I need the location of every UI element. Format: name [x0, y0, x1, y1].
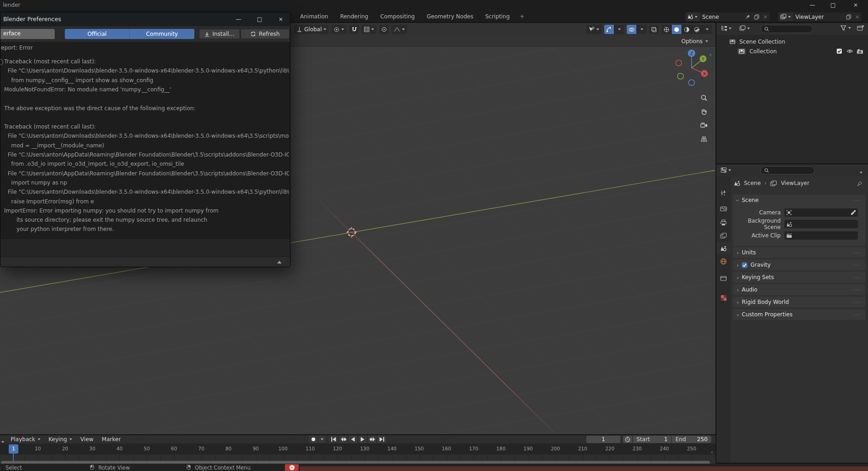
preferences-window[interactable]: Blender Preferences — □ × erface Officia… [0, 12, 290, 267]
collection-checkbox[interactable] [836, 48, 842, 54]
window-maximize-button[interactable]: □ [825, 0, 841, 10]
background-scene-field[interactable] [784, 220, 858, 228]
properties-pin-icon[interactable] [857, 181, 862, 186]
tab-collection-props[interactable] [716, 272, 731, 285]
section-units[interactable]: ›Units···· [733, 247, 865, 258]
workspace-tab-compositing[interactable]: Compositing [374, 11, 420, 22]
shading-dropdown[interactable] [702, 25, 712, 34]
tab-view-layer[interactable] [716, 229, 731, 242]
outliner-search-input[interactable] [760, 25, 813, 33]
show-gizmo-selectability-dropdown[interactable] [586, 25, 601, 34]
next-keyframe-button[interactable] [368, 436, 377, 443]
outliner-row-collection[interactable]: Collection [716, 46, 868, 56]
drag-dots[interactable]: ···· [853, 262, 862, 268]
shading-rendered-button[interactable] [692, 25, 702, 34]
move-view-hand-icon[interactable] [700, 108, 709, 117]
section-gravity[interactable]: ›Gravity···· [733, 259, 865, 270]
camera-field[interactable] [784, 208, 858, 217]
section-header[interactable]: ›Audio···· [733, 284, 865, 295]
current-frame-field[interactable]: 1 [586, 436, 620, 443]
timeline-menu-keying[interactable]: Keying [45, 435, 75, 443]
section-custom-properties[interactable]: ›Custom Properties···· [733, 309, 865, 320]
show-overlays-toggle[interactable] [627, 25, 636, 34]
unlink-scene-icon[interactable]: × [761, 12, 770, 21]
install-addon-button[interactable]: Install... [199, 29, 240, 39]
workspace-tab-rendering[interactable]: Rendering [334, 11, 374, 22]
playhead-handle[interactable]: 1 [9, 444, 18, 454]
pivot-point-dropdown[interactable] [331, 25, 346, 34]
new-viewlayer-icon[interactable] [844, 12, 853, 21]
section-header[interactable]: ›Units···· [733, 247, 865, 258]
start-frame-field[interactable]: Start 1 [633, 436, 671, 443]
timeline-menu-marker[interactable]: Marker [98, 435, 124, 443]
workspace-tab-scripting[interactable]: Scripting [479, 11, 516, 22]
collection-render-camera-icon[interactable] [857, 49, 863, 54]
preferences-titlebar[interactable]: Blender Preferences — □ × [0, 12, 290, 26]
auto-key-record-button[interactable] [309, 436, 318, 443]
jump-to-end-button[interactable] [377, 436, 386, 443]
error-badge[interactable]: × [285, 464, 299, 471]
auto-key-dropdown[interactable] [318, 436, 325, 443]
camera-view-icon[interactable] [700, 122, 709, 131]
drag-dots[interactable]: ···· [853, 275, 862, 280]
navigation-gizmo[interactable]: Z Y X [671, 47, 713, 89]
sidebar-item-interface[interactable]: erface [0, 29, 55, 39]
collection-visibility-eye-icon[interactable] [846, 49, 853, 54]
scene-panel-header[interactable]: › Scene ···· [733, 195, 865, 206]
breadcrumb-viewlayer-label[interactable]: ViewLayer [781, 180, 809, 186]
proportional-editing-icon[interactable] [379, 25, 389, 34]
drag-dots[interactable]: ···· [853, 197, 862, 203]
prev-keyframe-button[interactable] [339, 436, 348, 443]
use-preview-range-clock-icon[interactable] [623, 436, 632, 443]
addons-community-button[interactable]: Community [130, 29, 194, 39]
properties-search-input[interactable] [760, 166, 815, 174]
shading-material-button[interactable] [682, 25, 692, 34]
xray-toggle[interactable] [649, 25, 659, 34]
pin-icon[interactable] [743, 12, 752, 21]
outliner-display-mode-dropdown[interactable] [721, 25, 732, 31]
section-header[interactable]: ›Rigid Body World···· [733, 297, 865, 308]
gravity-checkbox[interactable] [742, 262, 748, 268]
timeline-collapse-icon[interactable]: ‹ [711, 449, 713, 455]
outliner-filter-dropdown[interactable] [840, 25, 851, 31]
overlays-dropdown[interactable] [637, 25, 647, 34]
gizmos-dropdown[interactable] [614, 25, 624, 34]
options-button[interactable]: Options [679, 37, 711, 45]
tab-scene[interactable] [716, 242, 731, 255]
scene-selector[interactable]: Scene × [686, 12, 770, 21]
workspace-tab-geometry-nodes[interactable]: Geometry Nodes [421, 11, 479, 22]
drag-dots[interactable]: ···· [853, 287, 862, 293]
play-reverse-button[interactable] [348, 436, 357, 443]
section-header[interactable]: ›Custom Properties···· [733, 309, 865, 320]
scene-name-field[interactable]: Scene [699, 12, 743, 21]
properties-options-dropdown[interactable] [860, 169, 862, 175]
perspective-toggle-icon[interactable] [700, 136, 709, 145]
window-minimize-button[interactable]: — [805, 0, 820, 10]
section-audio[interactable]: ›Audio···· [733, 284, 865, 295]
expand-footer-chevron-icon[interactable] [277, 261, 282, 264]
tab-world[interactable] [716, 255, 731, 268]
gizmo-x-neg[interactable] [676, 60, 682, 66]
refresh-addons-button[interactable]: Refresh [241, 29, 289, 39]
breadcrumb-scene-label[interactable]: Scene [744, 180, 761, 186]
outliner-filter-mode-icon[interactable] [739, 25, 750, 31]
jump-to-start-button[interactable] [329, 436, 338, 443]
play-button[interactable] [358, 436, 367, 443]
snap-target-dropdown[interactable] [362, 25, 376, 34]
tab-tool[interactable] [716, 186, 731, 199]
new-collection-button[interactable] [857, 25, 864, 31]
new-scene-icon[interactable] [752, 12, 761, 21]
timeline-menu-playback[interactable]: Playback [7, 435, 44, 443]
prefs-maximize-button[interactable]: □ [252, 12, 267, 26]
breadcrumb-scene-icon[interactable] [734, 180, 740, 186]
prefs-close-button[interactable]: × [273, 12, 289, 26]
addons-official-button[interactable]: Official [65, 29, 130, 39]
drag-dots[interactable]: ···· [853, 250, 862, 256]
eyedropper-icon[interactable] [851, 210, 856, 215]
scene-type-icon[interactable] [686, 12, 699, 21]
remove-viewlayer-icon[interactable]: × [853, 12, 862, 21]
section-rigid-body-world[interactable]: ›Rigid Body World···· [733, 297, 865, 308]
zoom-view-icon[interactable] [700, 94, 709, 103]
properties-editor-type-dropdown[interactable] [720, 167, 731, 173]
workspace-tab-animation[interactable]: Animation [294, 11, 334, 22]
